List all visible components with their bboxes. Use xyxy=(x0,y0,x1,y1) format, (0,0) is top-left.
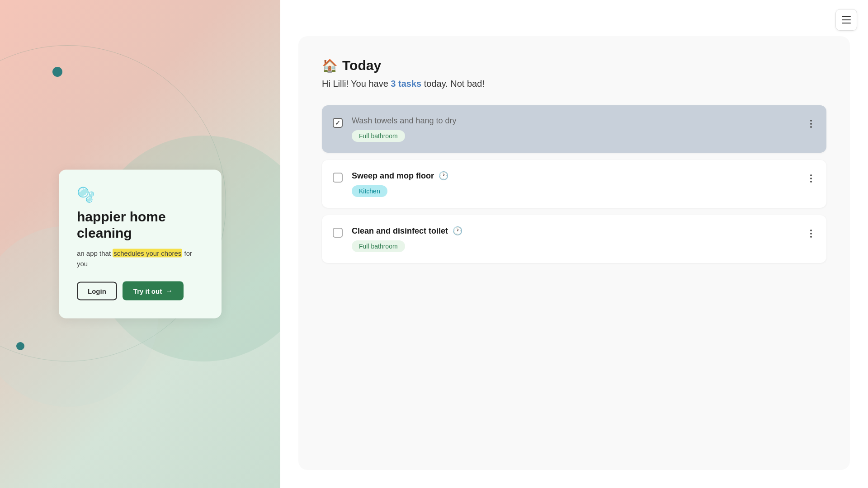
decorative-dot-top xyxy=(52,67,62,77)
task-tag: Full bathroom xyxy=(352,130,405,142)
task-checkbox[interactable] xyxy=(333,228,343,238)
task-name: Clean and disinfect toilet 🕐 xyxy=(352,226,797,236)
task-name: Sweep and mop floor 🕐 xyxy=(352,171,797,181)
app-description: an app that schedules your chores for yo… xyxy=(77,249,203,269)
greeting-prefix: Hi Lilli! You have xyxy=(322,79,391,89)
task-card: Clean and disinfect toilet 🕐 Full bathro… xyxy=(322,215,826,263)
more-dots-icon xyxy=(810,173,812,183)
greeting-text: Hi Lilli! You have 3 tasks today. Not ba… xyxy=(322,79,826,89)
task-more-button[interactable] xyxy=(807,171,816,184)
today-header: 🏠 Today xyxy=(322,58,826,73)
hamburger-line-1 xyxy=(842,16,851,17)
app-logo: 🫧 xyxy=(77,186,203,203)
menu-button[interactable] xyxy=(835,9,857,31)
hamburger-line-3 xyxy=(842,23,851,23)
task-more-button[interactable] xyxy=(807,226,816,239)
today-title: Today xyxy=(342,58,381,73)
overdue-icon: 🕐 xyxy=(453,226,462,236)
decorative-dot-bottom xyxy=(16,342,24,350)
main-content-card: 🏠 Today Hi Lilli! You have 3 tasks today… xyxy=(298,36,850,470)
task-checkbox[interactable] xyxy=(333,173,343,183)
task-info: Clean and disinfect toilet 🕐 Full bathro… xyxy=(352,226,797,252)
today-emoji: 🏠 xyxy=(322,58,338,73)
more-dots-icon xyxy=(810,118,812,128)
task-more-button[interactable] xyxy=(807,116,816,130)
app-title: happier home cleaning xyxy=(77,209,203,241)
task-card: ✓ Wash towels and hang to dry Full bathr… xyxy=(322,105,826,153)
checkmark-icon: ✓ xyxy=(335,119,340,127)
tryout-arrow: → xyxy=(165,287,173,295)
task-info: Sweep and mop floor 🕐 Kitchen xyxy=(352,171,797,197)
left-panel: 🫧 happier home cleaning an app that sche… xyxy=(0,0,280,488)
tryout-label: Try it out xyxy=(133,287,162,295)
tryout-button[interactable]: Try it out → xyxy=(123,282,184,300)
task-name: Wash towels and hang to dry xyxy=(352,116,797,126)
card-buttons: Login Try it out → xyxy=(77,282,203,300)
task-checkbox[interactable]: ✓ xyxy=(333,118,343,128)
task-card: Sweep and mop floor 🕐 Kitchen xyxy=(322,160,826,208)
tasks-count: 3 tasks xyxy=(391,79,421,89)
task-info: Wash towels and hang to dry Full bathroo… xyxy=(352,116,797,142)
desc-prefix: an app that xyxy=(77,249,111,257)
hamburger-line-2 xyxy=(842,19,851,20)
task-tag: Kitchen xyxy=(352,185,387,197)
login-button[interactable]: Login xyxy=(77,282,117,300)
overdue-icon: 🕐 xyxy=(439,171,448,181)
right-panel: 🏠 Today Hi Lilli! You have 3 tasks today… xyxy=(280,0,868,488)
greeting-suffix: today. Not bad! xyxy=(424,79,485,89)
more-dots-icon xyxy=(810,228,812,238)
hero-card: 🫧 happier home cleaning an app that sche… xyxy=(59,170,222,319)
desc-highlight: schedules your chores xyxy=(113,249,182,258)
task-tag: Full bathroom xyxy=(352,240,405,252)
